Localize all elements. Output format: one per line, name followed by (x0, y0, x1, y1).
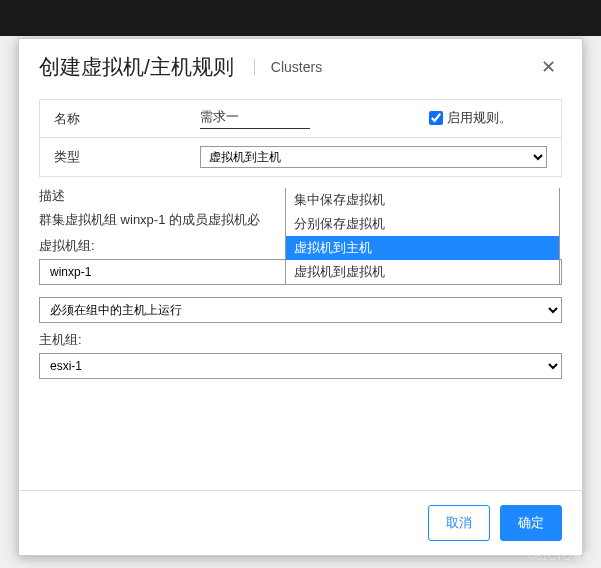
enable-rule-label: 启用规则。 (447, 109, 512, 127)
type-select[interactable]: 虚拟机到主机 (200, 146, 547, 168)
type-option[interactable]: 虚拟机到虚拟机 (286, 260, 559, 284)
name-label: 名称 (40, 100, 186, 138)
ok-button[interactable]: 确定 (500, 505, 562, 541)
modal-footer: 取消 确定 (19, 490, 582, 555)
modal-title: 创建虚拟机/主机规则 (39, 53, 234, 81)
host-group-select[interactable]: esxi-1 (39, 353, 562, 379)
modal-subtitle: Clusters (254, 59, 322, 75)
enable-rule-input[interactable] (429, 111, 443, 125)
watermark: ©51CTO博客 (528, 549, 593, 564)
type-dropdown-list: 集中保存虚拟机 分别保存虚拟机 虚拟机到主机 虚拟机到虚拟机 (285, 188, 560, 285)
modal-header: 创建虚拟机/主机规则 Clusters ✕ (19, 39, 582, 93)
type-option[interactable]: 分别保存虚拟机 (286, 212, 559, 236)
name-input[interactable]: 需求一 (200, 108, 310, 129)
close-icon[interactable]: ✕ (535, 54, 562, 80)
host-group-label: 主机组: (39, 331, 562, 349)
constraint-select[interactable]: 必须在组中的主机上运行 (39, 297, 562, 323)
enable-rule-checkbox[interactable]: 启用规则。 (429, 109, 512, 127)
type-label: 类型 (40, 138, 186, 177)
modal-body: 名称 需求一 启用规则。 类型 虚拟机到主机 (19, 93, 582, 490)
cancel-button[interactable]: 取消 (428, 505, 490, 541)
create-rule-modal: 创建虚拟机/主机规则 Clusters ✕ 名称 需求一 启用规则。 类型 (18, 38, 583, 556)
type-option[interactable]: 集中保存虚拟机 (286, 188, 559, 212)
rule-form-table: 名称 需求一 启用规则。 类型 虚拟机到主机 (39, 99, 562, 177)
type-option-selected[interactable]: 虚拟机到主机 (286, 236, 559, 260)
